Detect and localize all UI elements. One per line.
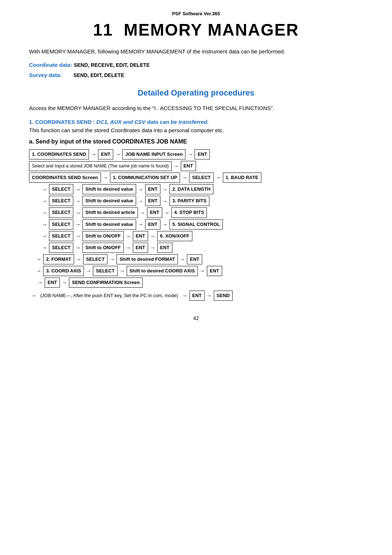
flow-row-4: → SELECT → Shift to desired value → ENT …: [40, 184, 363, 194]
flow-text-jobname: (JOB NAME---, After the push ENT key, Se…: [40, 292, 178, 300]
flow-box-ent-13: ENT: [45, 278, 60, 288]
flow-arrow: →: [62, 278, 67, 287]
flow-arrow: →: [138, 197, 143, 206]
flow-row-5: → SELECT → Shift to desired value → ENT …: [40, 196, 363, 206]
section-title: Detailed Operating procedures: [29, 88, 363, 98]
flow-box-select-6: SELECT: [49, 231, 73, 241]
flow-box-shift-value-2: Shift to desired value: [82, 196, 136, 206]
flow-box-send-confirm: SEND CONFIRMATION Screen: [69, 278, 143, 288]
flow-box-select-7: SELECT: [49, 243, 73, 253]
subsection1-italic: DC1, AUX and CSV data can be transferred…: [97, 119, 209, 125]
flow-box-ent-10: ENT: [157, 243, 172, 253]
flow-box-select-3: SELECT: [49, 196, 73, 206]
survey-label: Survey data:: [29, 72, 62, 78]
flow-arrow: →: [42, 197, 47, 206]
flow-arrow: →: [138, 185, 143, 194]
flow-box-ent-7: ENT: [145, 219, 160, 230]
flow-arrow: →: [162, 220, 168, 229]
flow-arrow: →: [42, 231, 47, 241]
flow-row-11: → 3. COORD AXIS → SELECT → Shift to desi…: [34, 266, 363, 276]
flow-row-12: → ENT → SEND CONFIRMATION Screen: [36, 278, 363, 288]
flow-box-stop-bits: 4. STOP BITS: [171, 207, 207, 218]
coord-data-line: Coordinate data: SEND, RECEIVE, EDIT, DE…: [29, 61, 363, 69]
flow-box-ent-12: ENT: [207, 266, 222, 276]
flow-arrow: →: [164, 208, 170, 218]
flow-arrow: →: [42, 220, 47, 229]
flow-arrow: →: [75, 185, 81, 194]
flow-arrow: →: [75, 220, 81, 229]
flow-box-ent-1: ENT: [98, 149, 113, 159]
flow-box-ent-11: ENT: [187, 254, 202, 264]
flow-box-ent-5: ENT: [145, 196, 160, 206]
flow-row-3: COORDINATES SEND Screen → 1. COMMUNICATI…: [29, 173, 363, 183]
flow-arrow: →: [182, 291, 188, 300]
flow-box-select-5: SELECT: [49, 219, 73, 230]
flow-arrow: →: [126, 243, 131, 252]
flow-arrow: →: [75, 208, 81, 218]
flow-arrow: →: [140, 208, 145, 218]
flow-box-shift-format: Shift to desired FORMAT: [117, 254, 178, 264]
flow-row-6: → SELECT → Shift to desired article → EN…: [40, 207, 363, 218]
flow-arrow: →: [36, 255, 41, 264]
flow-box-select-8: SELECT: [83, 254, 107, 264]
flow-box-baud-rate: 1. BAUD RATE: [223, 173, 261, 183]
flow-box-shift-value-3: Shift to desired value: [82, 219, 136, 230]
flow-box-coord-axis: 3. COORD AXIS: [43, 266, 84, 276]
flow-arrow: →: [75, 231, 81, 241]
flow-arrow: →: [37, 278, 43, 287]
flow-arrow: →: [36, 266, 41, 276]
chapter-title: 11 MEMORY MANAGER: [29, 20, 363, 40]
flow-arrow: →: [76, 255, 81, 264]
flow-box-shift-article: Shift to desired article: [82, 207, 138, 218]
survey-ops: SEND, EDIT, DELETE: [73, 72, 124, 78]
intro-text: With MEMORY MANAGER, following MEMORY MA…: [29, 48, 363, 56]
flow-box-signal-control: 5. SIGNAL CONTROL: [170, 219, 223, 230]
flow-arrow: →: [31, 291, 36, 300]
flow-arrow: →: [162, 197, 168, 206]
flow-arrow: →: [187, 150, 193, 159]
flow-arrow: →: [126, 231, 131, 241]
survey-data-line: Survey data: SEND, EDIT, DELETE: [29, 71, 363, 80]
flow-box-ent-2: ENT: [195, 149, 210, 159]
coord-ops: SEND, RECEIVE, EDIT, DELETE: [74, 62, 150, 68]
flow-arrow: →: [91, 150, 96, 159]
flow-box-coords-send: 1. COORDINATES SEND: [29, 149, 89, 159]
procedure-a-heading: a. Send by input of the stored COORDINAT…: [29, 138, 363, 145]
flow-arrow: →: [173, 161, 179, 171]
flow-arrow: →: [216, 173, 221, 182]
flow-box-shift-coord-axis: Shift to desired COORD AXIS: [127, 266, 198, 276]
flow-arrow: →: [42, 185, 47, 194]
flow-arrow: →: [75, 197, 81, 206]
flow-row-10: → 2. FORMAT → SELECT → Shift to desired …: [34, 254, 363, 264]
flow-box-ent-6: ENT: [147, 207, 162, 218]
flow-box-coord-send-screen: COORDINATES SEND Screen: [29, 173, 101, 183]
subsection1-title: 1. COORDINATES SEND : DC1, AUX and CSV d…: [29, 119, 363, 125]
flow-arrow: →: [115, 150, 121, 159]
flow-arrow: →: [42, 243, 47, 252]
flow-arrow: →: [180, 255, 185, 264]
flow-row-9: → SELECT → Shift to ON/OFF → ENT → ENT: [40, 243, 363, 253]
flow-arrow: →: [207, 291, 212, 300]
flow-box-ent-9: ENT: [133, 243, 148, 253]
flow-arrow: →: [162, 185, 168, 194]
flow-row-1: 1. COORDINATES SEND → ENT → JOB NAME INP…: [29, 149, 363, 159]
software-version: PSF Software Ver.365: [29, 11, 363, 16]
flow-arrow: →: [150, 231, 155, 241]
flow-box-ent-4: ENT: [145, 184, 160, 194]
flow-box-send: SEND: [214, 291, 233, 301]
flow-row-2: Select and Input a stored JOB NAME (The …: [29, 161, 363, 171]
flow-box-select-9: SELECT: [93, 266, 117, 276]
flow-box-comm-setup: 1. COMMUNICATION SET UP: [110, 173, 180, 183]
flow-box-shift-value-1: Shift to desired value: [82, 184, 136, 194]
flow-box-ent-3: ENT: [181, 161, 196, 171]
flow-box-jobname-input: JOB NAME INPUT Screen: [122, 149, 185, 159]
subsection1-desc: This function can send the stored Coordi…: [29, 127, 363, 133]
page-number: 42: [29, 315, 363, 321]
access-text: Access the MEMORY MANAGER according to t…: [29, 104, 363, 113]
flow-box-data-length: 2. DATA LENGTH: [170, 184, 213, 194]
flow-arrow: →: [75, 243, 81, 252]
flow-box-parity-bits: 3. PARITY BITS: [170, 196, 209, 206]
flow-box-shift-onoff-2: Shift to ON/OFF: [82, 243, 123, 253]
flow-row-13: → (JOB NAME---, After the push ENT key, …: [29, 291, 363, 301]
flow-arrow: →: [103, 173, 108, 182]
